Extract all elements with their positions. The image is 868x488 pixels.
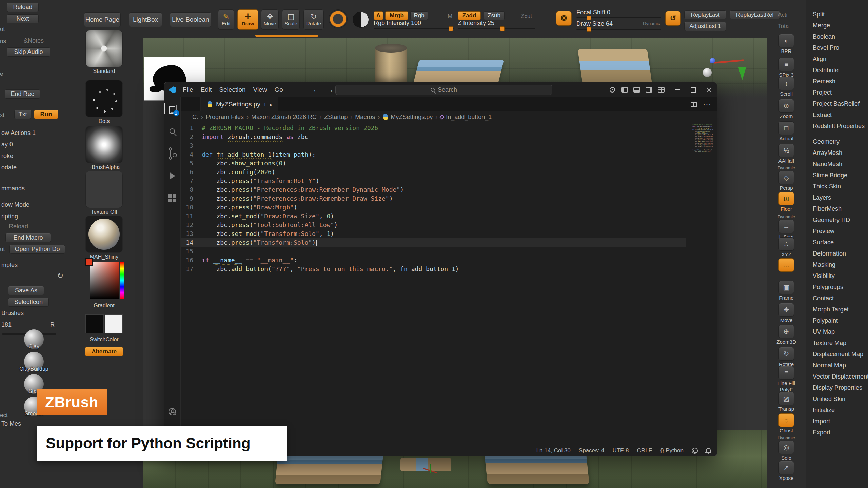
menu-file[interactable]: File: [179, 86, 197, 94]
slider-handle[interactable]: [587, 16, 591, 20]
code-line[interactable]: 9 zbc.press("Preferences:Draw:Remember D…: [181, 194, 686, 203]
end-macro-button[interactable]: End Macro: [5, 233, 51, 242]
code-line[interactable]: 6 zbc.config(2026): [181, 168, 686, 177]
code-line[interactable]: 8 zbc.press("Preferences:Draw:Remember D…: [181, 185, 686, 194]
menu-masking[interactable]: Masking: [806, 259, 868, 270]
refresh-icon[interactable]: ↻: [57, 271, 63, 280]
solo-button[interactable]: Dynamic◎Solo: [767, 435, 806, 461]
menu-vector-displacement[interactable]: Vector Displacement: [806, 371, 868, 382]
menu-split[interactable]: Split: [806, 9, 868, 20]
menu-initialize[interactable]: Initialize: [806, 405, 868, 416]
brushalpha-thumbnail[interactable]: [85, 126, 123, 163]
back-arrow-icon[interactable]: [313, 86, 319, 94]
code-area[interactable]: 1# ZBRUSH MACRO - Recorded in ZBrush ver…: [181, 124, 686, 273]
menu-normal-map[interactable]: Normal Map: [806, 360, 868, 371]
menu-edit[interactable]: Edit: [197, 86, 216, 94]
breadcrumb-item[interactable]: Macros: [355, 114, 375, 121]
mah-shiny-thumbnail[interactable]: [85, 216, 123, 253]
code-line[interactable]: 17 zbc.add_button("???", "Press to run t…: [181, 265, 686, 273]
brush-thumbnail-claybuildup[interactable]: ClayBuildup: [10, 352, 58, 372]
scale-button[interactable]: ◱ Scale: [282, 9, 300, 30]
code-line[interactable]: 11 zbc.set_mod("Draw:Draw Size", 0): [181, 212, 686, 221]
menu-texture-map[interactable]: Texture Map: [806, 338, 868, 349]
a-toggle[interactable]: A: [374, 11, 383, 20]
menu-selection[interactable]: Selection: [215, 86, 249, 94]
code-line[interactable]: 16if __name__ == "__main__":: [181, 256, 686, 265]
black-swatch[interactable]: [85, 314, 104, 333]
status-utf-8[interactable]: UTF-8: [612, 447, 629, 454]
status-crlf[interactable]: CRLF: [637, 447, 652, 454]
menu-go[interactable]: Go: [271, 86, 287, 94]
lightbox-button[interactable]: LightBox: [129, 12, 162, 27]
line-fill-button[interactable]: ≡Line FillPolyF: [767, 366, 806, 392]
code-line[interactable]: 13 zbc.set_mod("Transform:Solo", 1): [181, 229, 686, 238]
menu-item[interactable]: ···: [287, 86, 301, 94]
forward-arrow-icon[interactable]: [327, 86, 334, 94]
menu-displacement-map[interactable]: Displacement Map: [806, 349, 868, 360]
menu-slime-bridge[interactable]: Slime Bridge: [806, 170, 868, 181]
m-toggle[interactable]: M: [448, 13, 452, 20]
home-page-button[interactable]: Home Page: [84, 12, 121, 27]
scroll-button[interactable]: ↕Scroll: [767, 77, 806, 97]
menu-remesh[interactable]: Remesh: [806, 76, 868, 87]
current-color-swatch[interactable]: [85, 258, 93, 266]
status-ln-14-col-30[interactable]: Ln 14, Col 30: [536, 447, 571, 454]
close-button[interactable]: [701, 82, 717, 97]
aahalf-button[interactable]: ½AAHalf: [767, 144, 806, 164]
toggle-secondary-sidebar-icon[interactable]: [646, 87, 652, 93]
xpose-button[interactable]: ↗Xpose: [767, 461, 806, 481]
selecticon-button[interactable]: SelectIcon: [8, 298, 49, 307]
code-line[interactable]: 1# ZBRUSH MACRO - Recorded in ZBrush ver…: [181, 124, 686, 133]
menu-fibermesh[interactable]: FiberMesh: [806, 203, 868, 215]
bpr-button[interactable]: ◐BPR: [767, 34, 806, 54]
mrgb-toggle[interactable]: Mrgb: [385, 11, 408, 20]
slider-handle[interactable]: [587, 27, 591, 32]
editor[interactable]: 1# ZBRUSH MACRO - Recorded in ZBrush ver…: [181, 122, 717, 445]
status-spaces[interactable]: Spaces: 4: [579, 447, 605, 454]
extensions-icon[interactable]: [164, 190, 181, 206]
run-debug-icon[interactable]: [164, 168, 181, 184]
move-button[interactable]: ✥Move: [767, 303, 806, 323]
menu-extract[interactable]: Extract: [806, 109, 868, 121]
gradient-thumbnail[interactable]: [85, 258, 123, 302]
speech-button[interactable]: …: [767, 258, 806, 272]
search-sidebar-icon[interactable]: [164, 123, 181, 139]
menu-distribute[interactable]: Distribute: [806, 65, 868, 76]
source-control-icon[interactable]: [164, 145, 181, 162]
zoom3d-button[interactable]: ⊕Zoom3D: [767, 325, 806, 345]
breadcrumb-item[interactable]: C:: [192, 114, 198, 121]
more-actions-icon[interactable]: [703, 100, 711, 109]
hue-bar[interactable]: [120, 262, 124, 299]
feedback-smiley-icon[interactable]: [692, 448, 698, 454]
rgb-toggle[interactable]: Rgb: [410, 11, 428, 20]
menu-preview[interactable]: Preview: [806, 226, 868, 237]
menu-project[interactable]: Project: [806, 87, 868, 98]
menu-geometry-hd[interactable]: Geometry HD: [806, 215, 868, 226]
menu-align[interactable]: Align: [806, 54, 868, 65]
menu-morph-target[interactable]: Morph Target: [806, 304, 868, 315]
explorer-icon[interactable]: 1: [164, 101, 181, 117]
rotate-button[interactable]: ↻Rotate: [767, 347, 806, 367]
breadcrumb-item[interactable]: Program Files: [206, 114, 244, 121]
z-intensity-slider[interactable]: Z Intensity 25: [458, 20, 535, 31]
spix-3-button[interactable]: ≡SPix 3: [767, 58, 806, 78]
notifications-bell-icon[interactable]: [706, 448, 711, 452]
menu-geometry[interactable]: Geometry: [806, 136, 868, 147]
edit-button[interactable]: ✎ Edit: [218, 9, 234, 30]
menu-nanomesh[interactable]: NanoMesh: [806, 159, 868, 170]
breadcrumb-item[interactable]: ZStartup: [324, 114, 348, 121]
toggle-sidebar-icon[interactable]: [621, 87, 628, 93]
menu-import[interactable]: Import: [806, 416, 868, 427]
menu-thick-skin[interactable]: Thick Skin: [806, 181, 868, 192]
maximize-button[interactable]: [686, 82, 701, 97]
saturation-value-box[interactable]: [90, 262, 119, 299]
modified-dot-icon[interactable]: [269, 101, 272, 108]
code-line[interactable]: 4def fn_add_button_1(item_path):: [181, 150, 686, 159]
menu-deformation[interactable]: Deformation: [806, 248, 868, 259]
breadcrumb-item[interactable]: Maxon ZBrush 2026 RC: [251, 114, 317, 121]
menu-arraymesh[interactable]: ArrayMesh: [806, 147, 868, 159]
code-line[interactable]: 7 zbc.press("Transform:Rot Y"): [181, 177, 686, 185]
zcut-toggle[interactable]: Zcut: [521, 13, 532, 20]
xyz-button[interactable]: ∴XYZ: [767, 237, 806, 257]
menu-bevel-pro[interactable]: Bevel Pro: [806, 42, 868, 54]
